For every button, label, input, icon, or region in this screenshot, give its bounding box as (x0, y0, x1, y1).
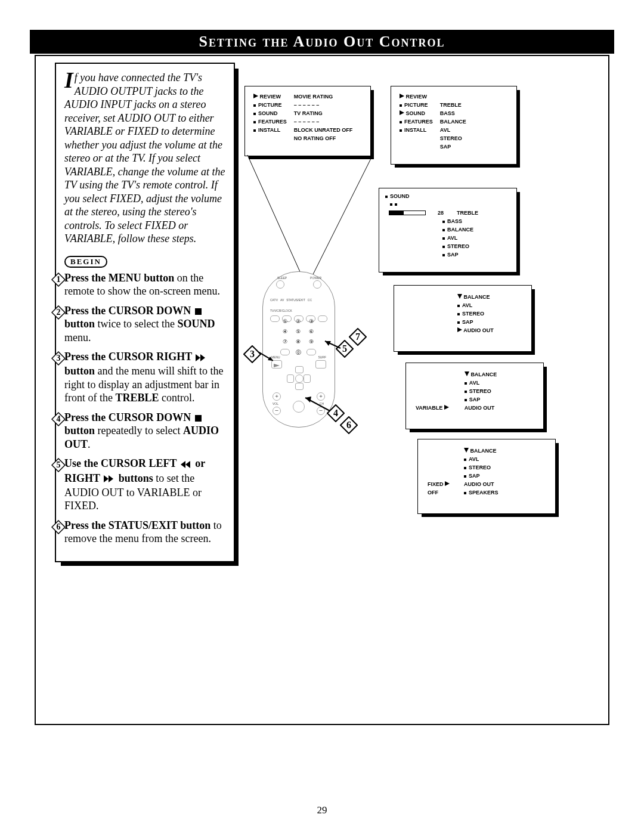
svg-marker-13 (185, 461, 190, 468)
step-3: 3 Press the CURSOR RIGHT button and the … (64, 350, 225, 405)
cursor-right[interactable] (304, 374, 311, 383)
svg-marker-19 (400, 94, 404, 98)
remote-oval-button[interactable] (306, 349, 316, 355)
svg-text:6: 6 (346, 420, 351, 430)
svg-marker-29 (274, 364, 280, 367)
step-1: 1 Press the MENU button on the remote to… (64, 271, 225, 298)
step-badge-5: 5 (51, 458, 66, 472)
svg-marker-25 (465, 371, 469, 376)
svg-marker-7 (200, 354, 205, 361)
intro-text: If you have connected the TV's AUDIO OUT… (64, 71, 225, 246)
step-badge-6: 6 (51, 520, 66, 534)
pointer-icon (253, 94, 258, 98)
page-title: Setting the Audio Out Control (30, 30, 614, 54)
svg-text:6: 6 (57, 522, 61, 531)
svg-text:7: 7 (355, 332, 360, 342)
svg-marker-18 (253, 94, 258, 98)
step-badge-4: 4 (51, 412, 66, 426)
remote-oval-button[interactable] (318, 315, 327, 322)
step-badge-3: 3 (51, 351, 66, 366)
svg-text:4: 4 (333, 408, 338, 418)
osd-screen-audioout: BALANCE AVL STEREO SAP AUDIO OUT (394, 285, 532, 352)
svg-line-21 (247, 155, 301, 274)
svg-marker-14 (104, 475, 109, 482)
svg-text:2: 2 (57, 308, 61, 317)
svg-marker-12 (181, 461, 185, 468)
svg-text:4: 4 (57, 414, 61, 423)
svg-marker-27 (464, 448, 469, 453)
projection-beam (242, 155, 379, 280)
sleep-button[interactable] (276, 280, 284, 289)
svg-marker-20 (400, 110, 404, 115)
callout-arrow (258, 352, 273, 363)
step-6: 6 Press the STATUS/EXIT button to remove… (64, 519, 225, 546)
center-button[interactable] (293, 401, 305, 413)
stop-icon (195, 308, 202, 315)
step-5: 5 Use the CURSOR LEFT or RIGHT buttons t… (64, 457, 225, 512)
page-number: 29 (0, 804, 644, 816)
svg-text:3: 3 (250, 349, 255, 359)
svg-text:5: 5 (57, 460, 61, 469)
cursor-up[interactable] (295, 366, 304, 373)
svg-marker-23 (457, 294, 462, 299)
svg-marker-24 (457, 327, 462, 332)
callout-6: 6 (340, 416, 358, 434)
page: Setting the Audio Out Control If you hav… (0, 0, 644, 833)
svg-text:3: 3 (57, 354, 61, 363)
osd-screen-features: REVIEWMOVIE RATING PICTURE– – – – – – SO… (244, 86, 371, 156)
svg-line-22 (313, 155, 373, 274)
rewind-icon (181, 458, 191, 472)
osd-screen-sound-list: REVIEW PICTURETREBLE SOUNDBASS FEATURESB… (391, 86, 517, 165)
begin-label: BEGIN (64, 256, 107, 268)
callout-arrow (304, 397, 331, 413)
step-badge-2: 2 (51, 305, 66, 320)
cursor-left[interactable] (287, 374, 294, 383)
cursor-ok[interactable] (295, 374, 304, 383)
monitor-icon (584, 31, 608, 54)
svg-marker-15 (109, 475, 113, 482)
osd-screen-treble: SOUND 28 TREBLE BASS BALANCE AVL STEREO … (379, 188, 517, 272)
stop-icon (195, 415, 202, 422)
cursor-down[interactable] (295, 383, 304, 390)
svg-marker-6 (196, 354, 200, 361)
vol-down[interactable]: – (273, 407, 281, 415)
fast-forward-icon (196, 351, 206, 365)
svg-text:5: 5 (342, 343, 347, 354)
svg-marker-45 (305, 397, 311, 402)
step-badge-1: 1 (51, 272, 66, 287)
svg-marker-28 (445, 481, 450, 486)
svg-text:1: 1 (57, 275, 61, 284)
callout-arrow (324, 340, 342, 352)
vol-up[interactable]: + (273, 392, 281, 401)
remote-oval-button[interactable] (280, 349, 290, 355)
step-4: 4 Press the CURSOR DOWN button repeatedl… (64, 411, 225, 451)
osd-screen-fixed: BALANCE AVL STEREO SAP FIXED AUDIO OUT O… (417, 439, 556, 514)
fast-forward-icon (104, 472, 114, 486)
power-button[interactable] (313, 280, 321, 289)
treble-slider (389, 210, 426, 215)
step-2: 2 Press the CURSOR DOWN button twice to … (64, 304, 225, 345)
svg-marker-26 (444, 405, 449, 410)
instruction-box: If you have connected the TV's AUDIO OUT… (55, 63, 235, 562)
osd-screen-variable: BALANCE AVL STEREO SAP VARIABLE AUDIO OU… (405, 363, 544, 429)
title-bar: Setting the Audio Out Control (30, 30, 614, 54)
callout-7: 7 (349, 328, 367, 346)
surf-button[interactable] (315, 360, 326, 368)
